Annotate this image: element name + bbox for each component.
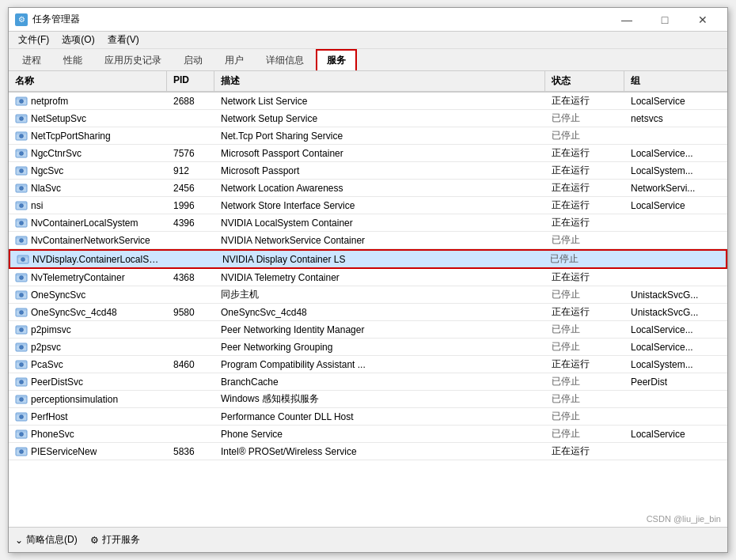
tab-app-history[interactable]: 应用历史记录 (94, 50, 172, 70)
service-name: PhoneSvc (31, 429, 74, 440)
table-row[interactable]: NgcSvc912Microsoft Passport正在运行LocalSyst… (9, 162, 727, 180)
cell-status: 正在运行 (545, 269, 624, 286)
table-row[interactable]: p2pimsvcPeer Networking Identity Manager… (9, 321, 727, 339)
cell-desc: Network Setup Service (214, 110, 545, 127)
cell-status: 已停止 (545, 321, 624, 338)
svg-point-49 (20, 380, 24, 384)
menu-view[interactable]: 查看(V) (101, 32, 146, 48)
table-row[interactable]: NvContainerNetworkServiceNVIDIA NetworkS… (9, 232, 727, 249)
table-row[interactable]: NvContainerLocalSystem4396NVIDIA LocalSy… (9, 214, 727, 232)
cell-pid: 4396 (167, 214, 214, 231)
svg-point-43 (20, 345, 24, 349)
tab-startup[interactable]: 启动 (173, 50, 213, 70)
maximize-button[interactable]: □ (647, 8, 683, 32)
service-icon (15, 376, 28, 388)
table-row[interactable]: p2psvcPeer Networking Grouping已停止LocalSe… (9, 339, 727, 356)
cell-desc: NVIDIA Display Container LS (216, 251, 544, 267)
col-status[interactable]: 状态 (545, 71, 624, 91)
window-icon: ⚙ (15, 13, 28, 26)
table-row[interactable]: NetTcpPortSharingNet.Tcp Port Sharing Se… (9, 127, 727, 145)
table-row[interactable]: PcaSvc8460Program Compatibility Assistan… (9, 356, 727, 373)
col-desc[interactable]: 描述 (214, 71, 545, 91)
col-group[interactable]: 组 (624, 71, 727, 91)
summary-button[interactable]: ⌄ 简略信息(D) (15, 533, 78, 547)
cell-pid: 2456 (167, 180, 214, 196)
cell-group (624, 232, 727, 248)
cell-pid (167, 127, 214, 144)
svg-point-61 (20, 449, 24, 453)
service-name: NvContainerNetworkService (31, 235, 150, 246)
table-row[interactable]: netprofm2688Network List Service正在运行Loca… (9, 93, 727, 110)
tab-details[interactable]: 详细信息 (256, 50, 314, 70)
service-name: NVDisplay.ContainerLocalSystem (32, 254, 162, 265)
table-row[interactable]: PhoneSvcPhone Service已停止LocalService (9, 426, 727, 443)
table-row[interactable]: NetSetupSvcNetwork Setup Service已停止netsv… (9, 110, 727, 127)
service-icon (15, 445, 28, 458)
cell-pid: 5836 (167, 443, 214, 460)
cell-desc: Performance Counter DLL Host (214, 408, 545, 425)
services-table[interactable]: netprofm2688Network List Service正在运行Loca… (9, 93, 727, 527)
close-button[interactable]: ✕ (685, 8, 721, 32)
table-row[interactable]: NgcCtnrSvc7576Microsoft Passport Contain… (9, 145, 727, 162)
cell-name: OneSyncSvc_4cd48 (9, 304, 167, 320)
tab-users[interactable]: 用户 (214, 50, 254, 70)
minimize-button[interactable]: — (609, 8, 645, 32)
cell-status: 正在运行 (545, 304, 624, 320)
service-name: PIEServiceNew (31, 446, 97, 457)
svg-point-58 (20, 432, 24, 436)
table-row[interactable]: NVDisplay.ContainerLocalSystemNVIDIA Dis… (9, 249, 727, 269)
cell-status: 已停止 (545, 426, 624, 442)
table-row[interactable]: PerfHostPerformance Counter DLL Host已停止 (9, 408, 727, 426)
menu-options[interactable]: 选项(O) (55, 32, 101, 48)
svg-point-1 (20, 99, 24, 103)
cell-name: NetSetupSvc (9, 110, 167, 127)
cell-name: p2pimsvc (9, 321, 167, 338)
cell-status: 已停止 (545, 232, 624, 248)
table-header: 名称 PID 描述 状态 组 (9, 71, 727, 93)
service-icon (15, 428, 28, 441)
service-icon (15, 324, 28, 336)
cell-pid (167, 321, 214, 338)
table-row[interactable]: PIEServiceNew5836Intel® PROSet/Wireless … (9, 443, 727, 460)
table-row[interactable]: NvTelemetryContainer4368NVIDIA Telemetry… (9, 269, 727, 286)
cell-desc: Microsoft Passport Container (214, 145, 545, 161)
table-row[interactable]: perceptionsimulationWindows 感知模拟服务已停止 (9, 391, 727, 408)
col-name[interactable]: 名称 (9, 71, 167, 91)
service-name: PcaSvc (31, 359, 63, 370)
tab-performance[interactable]: 性能 (53, 50, 93, 70)
cell-group: PeerDist (624, 373, 727, 390)
tab-process[interactable]: 进程 (12, 50, 51, 70)
cell-desc: 同步主机 (214, 286, 545, 303)
service-icon (15, 182, 28, 195)
service-icon (17, 253, 29, 266)
table-row[interactable]: OneSyncSvc同步主机已停止UnistackSvcG... (9, 286, 727, 304)
cell-pid (167, 408, 214, 425)
window-controls: — □ ✕ (609, 8, 721, 32)
cell-desc: Network Store Interface Service (214, 197, 545, 214)
service-name: nsi (31, 200, 43, 211)
tab-services[interactable]: 服务 (316, 49, 357, 70)
table-row[interactable]: OneSyncSvc_4cd489580OneSyncSvc_4cd48正在运行… (9, 304, 727, 321)
col-pid[interactable]: PID (167, 71, 214, 91)
cell-desc: Network List Service (214, 93, 545, 109)
svg-point-7 (20, 134, 24, 138)
table-row[interactable]: NlaSvc2456Network Location Awareness正在运行… (9, 180, 727, 197)
cell-name: NvTelemetryContainer (9, 269, 167, 286)
service-name: NetTcpPortSharing (31, 131, 111, 142)
cell-name: PhoneSvc (9, 426, 167, 442)
open-service-button[interactable]: ⚙ 打开服务 (90, 533, 140, 547)
service-name: PeerDistSvc (31, 376, 83, 388)
cell-group: netsvcs (624, 110, 727, 127)
cell-desc: Microsoft Passport (214, 162, 545, 179)
service-name: p2pimsvc (31, 324, 71, 335)
table-row[interactable]: nsi1996Network Store Interface Service正在… (9, 197, 727, 214)
cell-desc: Phone Service (214, 426, 545, 442)
table-row[interactable]: PeerDistSvcBranchCache已停止PeerDist (9, 373, 727, 391)
cell-pid: 912 (167, 162, 214, 179)
svg-point-4 (20, 116, 24, 120)
cell-name: NVDisplay.ContainerLocalSystem (10, 251, 169, 267)
svg-point-31 (20, 275, 24, 279)
service-name: NgcCtnrSvc (31, 148, 82, 159)
service-name: OneSyncSvc (31, 289, 85, 301)
menu-file[interactable]: 文件(F) (12, 32, 55, 48)
